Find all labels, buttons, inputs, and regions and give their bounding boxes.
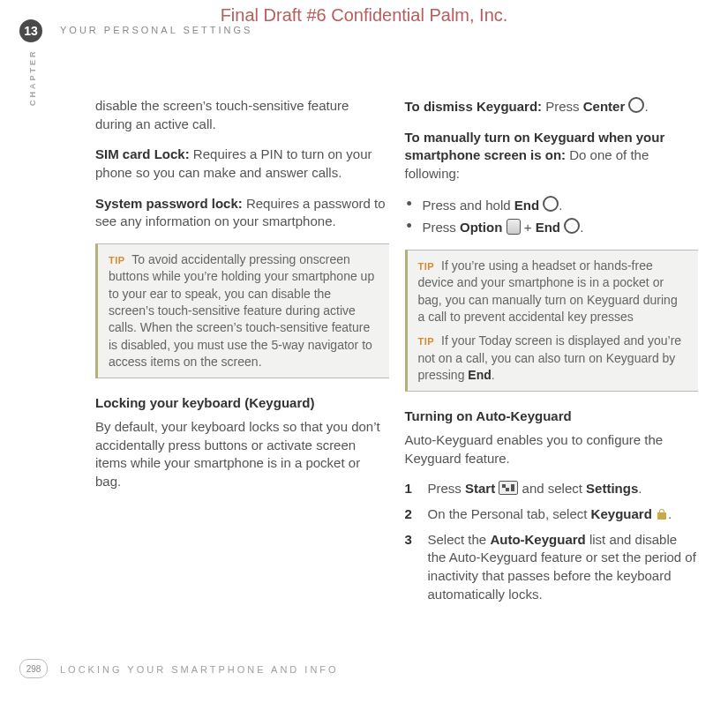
body-text: . <box>644 99 648 114</box>
body-text: + <box>521 220 536 235</box>
body-text: To dismiss Keyguard: Press Center . <box>405 97 699 116</box>
body-text: Press <box>428 481 466 496</box>
tip-paragraph: TIP If you’re using a headset or hands-f… <box>418 258 688 325</box>
key-label: End <box>514 198 539 213</box>
key-label: Keyguard <box>591 506 652 521</box>
body-text: On the Personal tab, select <box>428 506 591 521</box>
section-heading: Turning on Auto-Keyguard <box>405 408 699 426</box>
key-label: Center <box>583 99 626 114</box>
tip-text: To avoid accidentally pressing onscreen … <box>109 252 374 369</box>
list-item: 2 On the Personal tab, select Keyguard . <box>405 505 699 524</box>
section-heading: Locking your keyboard (Keyguard) <box>95 394 389 413</box>
body-text: By default, your keyboard locks so that … <box>95 418 389 491</box>
body-text: . <box>638 481 642 496</box>
end-button-icon <box>543 196 559 212</box>
chapter-title: YOUR PERSONAL SETTINGS <box>60 25 252 35</box>
body-text: disable the screen’s touch-sensitive fea… <box>95 97 389 133</box>
list-item: Press Option + End . <box>405 218 699 237</box>
body-text: To manually turn on Keyguard when your s… <box>405 129 699 183</box>
center-button-icon <box>628 97 644 113</box>
run-in-heading: SIM card Lock: <box>95 146 190 161</box>
body-text: . <box>559 198 562 213</box>
tip-box: TIP To avoid accidentally pressing onscr… <box>95 243 389 378</box>
body-text: Auto-Keyguard enables you to configure t… <box>405 431 699 467</box>
body-text: and select <box>518 481 586 496</box>
tip-text: If you’re using a headset or hands-free … <box>418 258 678 324</box>
chapter-number-badge: 13 <box>19 19 42 42</box>
body-text: Select the <box>428 532 491 547</box>
option-key-icon <box>507 219 521 235</box>
page-number-badge: 298 <box>19 659 48 678</box>
list-item: Press and hold End . <box>405 196 699 215</box>
tip-box: TIP If you’re using a headset or hands-f… <box>405 250 699 392</box>
step-number: 2 <box>405 505 412 524</box>
step-number: 1 <box>405 480 412 498</box>
body-text: Press and hold <box>423 198 514 213</box>
step-number: 3 <box>405 531 412 550</box>
run-in-heading: To dismiss Keyguard: <box>405 99 543 114</box>
tip-label: TIP <box>418 336 435 347</box>
body-text: . <box>668 506 672 521</box>
right-column: To dismiss Keyguard: Press Center . To m… <box>405 97 699 611</box>
list-item: 3 Select the Auto-Keyguard list and disa… <box>405 531 699 604</box>
content-columns: disable the screen’s touch-sensitive fea… <box>95 97 698 611</box>
tip-paragraph: TIP If your Today screen is displayed an… <box>418 333 688 384</box>
lock-icon <box>656 508 668 520</box>
bullet-list: Press and hold End . Press Option + End … <box>405 196 699 237</box>
tip-label: TIP <box>109 255 125 265</box>
numbered-list: 1 Press Start and select Settings. 2 On … <box>405 480 699 603</box>
body-text: SIM card Lock: Requires a PIN to turn on… <box>95 146 389 182</box>
key-label: Settings <box>586 481 638 496</box>
footer-title: LOCKING YOUR SMARTPHONE AND INFO <box>60 664 339 675</box>
tip-label: TIP <box>418 261 435 272</box>
body-text: Press <box>542 99 583 114</box>
key-label: End <box>468 368 491 382</box>
key-label: Auto-Keyguard <box>490 532 585 547</box>
body-text: Press <box>423 220 461 235</box>
key-label: Option <box>460 220 502 235</box>
tip-text: If your Today screen is displayed and yo… <box>418 333 682 382</box>
end-button-icon <box>564 218 580 234</box>
body-text: System password lock: Requires a passwor… <box>95 195 389 231</box>
key-label: Start <box>465 481 495 496</box>
body-text: . <box>580 220 583 235</box>
left-column: disable the screen’s touch-sensitive fea… <box>95 97 389 611</box>
chapter-side-label: CHAPTER <box>28 49 37 106</box>
list-item: 1 Press Start and select Settings. <box>405 480 699 498</box>
run-in-heading: System password lock: <box>95 196 243 211</box>
tip-text: . <box>492 368 495 382</box>
key-label: End <box>536 220 560 235</box>
start-icon <box>499 481 518 495</box>
